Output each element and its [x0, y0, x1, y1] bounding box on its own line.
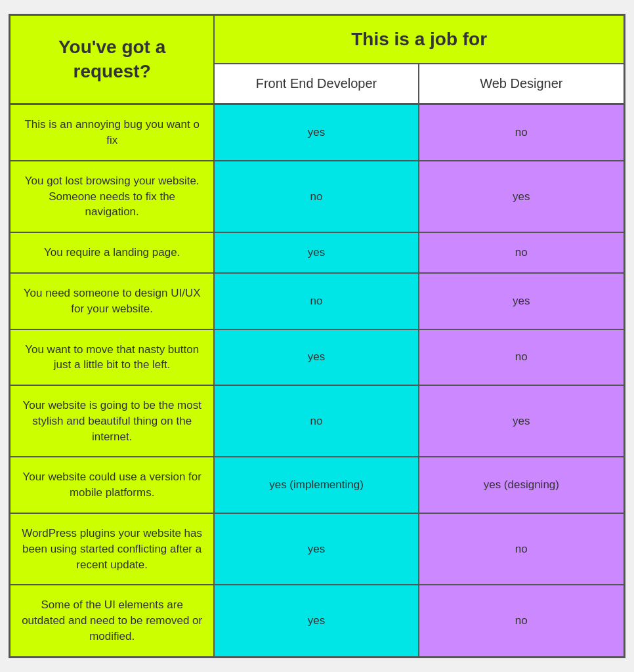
- developer-cell: yes: [215, 330, 419, 385]
- table-row: This is an annoying bug you want o fixye…: [11, 105, 623, 161]
- request-cell: You need someone to design UI/UX for you…: [11, 274, 215, 329]
- header-top-row: You've got a request? This is a job for …: [11, 16, 623, 103]
- designer-cell: no: [419, 514, 623, 584]
- table-row: You need someone to design UI/UX for you…: [11, 274, 623, 330]
- designer-cell: no: [419, 585, 623, 656]
- developer-cell: no: [215, 274, 419, 329]
- request-cell: You want to move that nasty button just …: [11, 330, 215, 385]
- table-row: Some of the UI elements are outdated and…: [11, 585, 623, 656]
- developer-cell: yes: [215, 233, 419, 272]
- job-header: This is a job for Front End Developer We…: [215, 16, 623, 103]
- developer-cell: yes: [215, 514, 419, 584]
- designer-cell: no: [419, 233, 623, 272]
- designer-header: Web Designer: [419, 64, 623, 103]
- request-cell: Your website could use a version for mob…: [11, 457, 215, 513]
- request-cell: This is an annoying bug you want o fix: [11, 105, 215, 160]
- designer-cell: yes: [419, 161, 623, 232]
- request-cell: WordPress plugins your website has been …: [11, 514, 215, 584]
- table-row: You want to move that nasty button just …: [11, 330, 623, 387]
- request-header: You've got a request?: [11, 16, 215, 103]
- designer-cell: yes: [419, 274, 623, 329]
- designer-cell: yes: [419, 386, 623, 456]
- table-row: Your website could use a version for mob…: [11, 457, 623, 514]
- designer-cell: no: [419, 330, 623, 385]
- request-cell: Some of the UI elements are outdated and…: [11, 585, 215, 656]
- developer-cell: yes (implementing): [215, 457, 419, 513]
- table-row: You got lost browsing your website. Some…: [11, 161, 623, 233]
- request-cell: You got lost browsing your website. Some…: [11, 161, 215, 232]
- job-title-text: This is a job for: [351, 29, 487, 50]
- comparison-table: You've got a request? This is a job for …: [9, 14, 625, 658]
- job-header-title: This is a job for: [215, 16, 623, 64]
- developer-cell: yes: [215, 105, 419, 160]
- designer-cell: yes (designing): [419, 457, 623, 513]
- table-body: This is an annoying bug you want o fixye…: [11, 105, 623, 656]
- designer-cell: no: [419, 105, 623, 160]
- request-cell: Your website is going to be the most sty…: [11, 386, 215, 456]
- request-header-text: You've got a request?: [24, 35, 200, 83]
- sub-headers: Front End Developer Web Designer: [215, 64, 623, 103]
- developer-cell: no: [215, 161, 419, 232]
- developer-header: Front End Developer: [215, 64, 419, 103]
- request-cell: You require a landing page.: [11, 233, 215, 272]
- table-row: You require a landing page.yesno: [11, 233, 623, 274]
- developer-cell: no: [215, 386, 419, 456]
- table-row: WordPress plugins your website has been …: [11, 514, 623, 585]
- table-header: You've got a request? This is a job for …: [11, 16, 623, 105]
- developer-cell: yes: [215, 585, 419, 656]
- table-row: Your website is going to be the most sty…: [11, 386, 623, 457]
